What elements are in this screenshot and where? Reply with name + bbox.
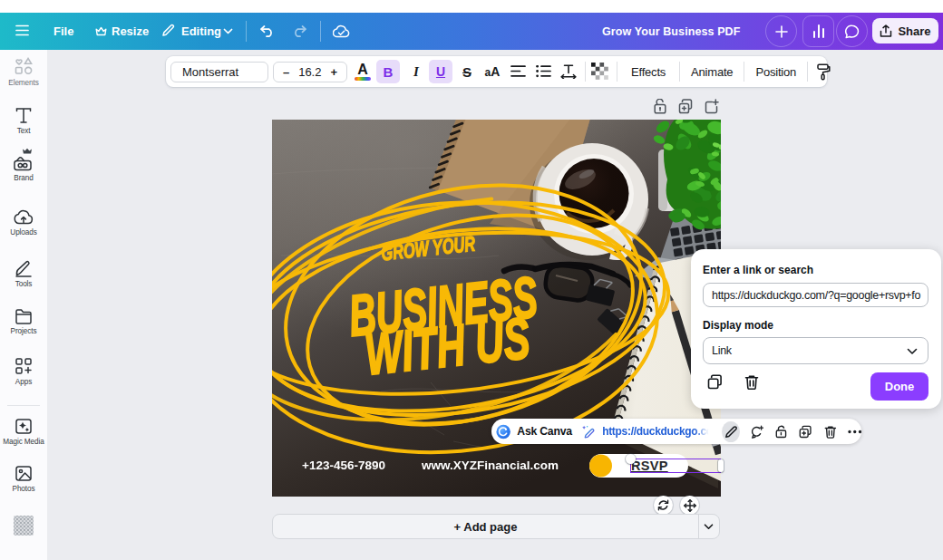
svg-text:+123-456-7890: +123-456-7890: [302, 459, 385, 472]
svg-text:www.XYZFinancial.com: www.XYZFinancial.com: [421, 459, 559, 472]
